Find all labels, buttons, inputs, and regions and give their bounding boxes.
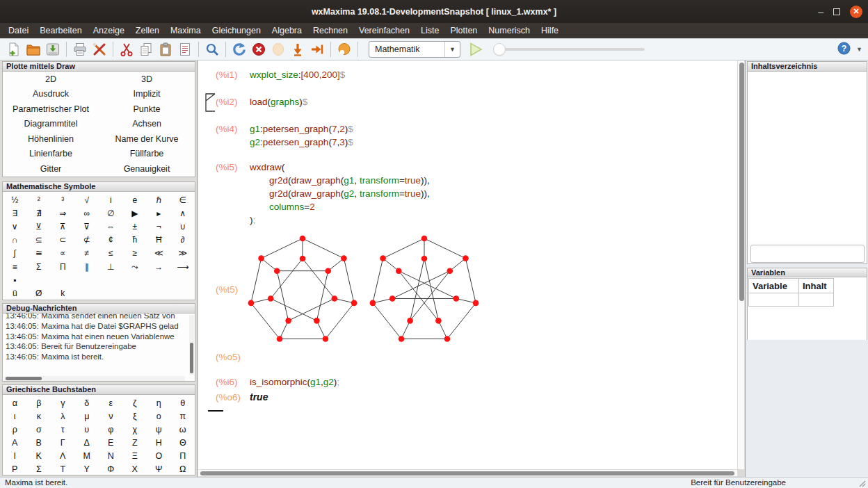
greek-button-blank[interactable]: γ: [51, 396, 75, 409]
hscroll-thumb[interactable]: [200, 471, 734, 475]
symbol-button-blank[interactable]: ∈: [171, 193, 195, 206]
greek-button-blank[interactable]: Θ: [171, 436, 195, 449]
symbol-button-blank[interactable]: ħ: [123, 234, 147, 247]
symbol-button-blank[interactable]: ⊆: [27, 234, 51, 247]
draw-button-achsen[interactable]: Achsen: [99, 117, 195, 132]
help-button[interactable]: ?: [837, 42, 851, 58]
draw-button-linienfarbe[interactable]: Linienfarbe: [3, 147, 99, 162]
minimize-button[interactable]: –: [818, 8, 823, 15]
symbol-button-e[interactable]: e: [123, 193, 147, 206]
symbol-button-blank[interactable]: ∥: [75, 260, 99, 273]
symbol-button-blank[interactable]: ≡: [3, 260, 27, 273]
greek-button-blank[interactable]: ε: [99, 396, 123, 409]
greek-button-blank[interactable]: Κ: [27, 449, 51, 462]
greek-button-blank[interactable]: κ: [27, 409, 51, 423]
worksheet-vertical-scrollbar[interactable]: [737, 60, 744, 469]
symbol-button-blank[interactable]: √: [75, 193, 99, 206]
draw-button-punkte[interactable]: Punkte: [99, 101, 195, 117]
new-document-button[interactable]: [5, 40, 23, 58]
greek-button-blank[interactable]: χ: [123, 423, 147, 436]
symbol-button-blank[interactable]: ü: [3, 286, 27, 300]
debug-vscroll-thumb[interactable]: [190, 343, 193, 373]
greek-button-blank[interactable]: Φ: [99, 462, 123, 475]
greek-button-blank[interactable]: μ: [75, 409, 99, 423]
greek-button-blank[interactable]: Ρ: [3, 462, 27, 475]
symbol-button-blank[interactable]: ¢: [99, 234, 123, 247]
greek-button-blank[interactable]: φ: [99, 423, 123, 436]
symbol-button-blank[interactable]: ∨: [3, 220, 27, 233]
jump-to-input-button[interactable]: [308, 40, 326, 58]
symbol-button-blank[interactable]: ∃: [3, 206, 27, 220]
menu-item-gleichungen[interactable]: Gleichungen: [207, 23, 266, 38]
menu-item-maxima[interactable]: Maxima: [165, 23, 207, 38]
cell-code[interactable]: g1:petersen_graph(7,2)$g2:petersen_graph…: [250, 122, 353, 149]
symbol-button-i[interactable]: i: [99, 193, 123, 206]
greek-button-blank[interactable]: ζ: [123, 396, 147, 409]
symbol-button-blank[interactable]: ≥: [123, 247, 147, 260]
symbol-button-blank[interactable]: ⊄: [75, 234, 99, 247]
cell-code[interactable]: is_isomorphic(g1,g2);: [250, 375, 339, 389]
symbol-button-blank[interactable]: ±: [123, 220, 147, 233]
evaluate-to-point-button[interactable]: [289, 40, 307, 58]
greek-button-blank[interactable]: δ: [75, 396, 99, 409]
greek-button-blank[interactable]: Υ: [75, 462, 99, 475]
symbol-button-blank[interactable]: ≫: [171, 247, 195, 260]
close-button[interactable]: ✕: [850, 6, 862, 18]
symbol-button-blank[interactable]: ²: [27, 193, 51, 206]
greek-button-blank[interactable]: Α: [3, 436, 27, 449]
cell-type-select[interactable]: Mathematik ▼: [369, 41, 460, 58]
symbol-button-blank[interactable]: ∄: [27, 206, 51, 220]
symbol-button-blank[interactable]: ≅: [27, 247, 51, 260]
draw-button-h-henlinien[interactable]: Höhenlinien: [3, 131, 99, 147]
menu-item-vereinfachen[interactable]: Vereinfachen: [353, 23, 415, 38]
greek-button-blank[interactable]: θ: [171, 396, 195, 409]
draw-button-genauigkeit[interactable]: Genauigkeit: [99, 161, 195, 177]
symbol-button-blank[interactable]: ∅: [99, 206, 123, 220]
symbol-button-blank[interactable]: ▶: [123, 206, 147, 220]
cell-code[interactable]: wxdraw(gr2d(draw_graph(g1, transform=tru…: [250, 161, 430, 227]
maxima-help-button[interactable]: [335, 40, 353, 58]
variable-name-cell[interactable]: [749, 293, 799, 307]
cell-code[interactable]: wxplot_size:[400,200]$: [250, 68, 345, 81]
symbol-button-blank[interactable]: ∞: [75, 206, 99, 220]
configure-button[interactable]: [90, 40, 108, 58]
symbol-button-blank[interactable]: Σ: [27, 260, 51, 273]
symbol-button-blank[interactable]: ¬: [147, 220, 171, 233]
greek-button-blank[interactable]: Λ: [51, 449, 75, 462]
draw-button-f-llfarbe[interactable]: Füllfarbe: [99, 147, 195, 162]
worksheet[interactable]: (%i1)wxplot_size:[400,200]$(%i2)load(gra…: [198, 60, 737, 469]
greek-button-blank[interactable]: υ: [75, 423, 99, 436]
follow-button[interactable]: [269, 40, 287, 58]
slider-handle[interactable]: [493, 43, 506, 56]
greek-button-blank[interactable]: Ι: [3, 449, 27, 462]
symbol-button-blank[interactable]: ⊼: [51, 220, 75, 233]
greek-button-blank[interactable]: Χ: [123, 462, 147, 475]
worksheet-horizontal-scrollbar[interactable]: [198, 470, 737, 476]
greek-button-blank[interactable]: Ξ: [123, 449, 147, 462]
greek-button-blank[interactable]: τ: [51, 423, 75, 436]
symbol-button-blank[interactable]: Π: [51, 260, 75, 273]
greek-button-blank[interactable]: Β: [27, 436, 51, 449]
toolbar-overflow-icon[interactable]: ▼: [856, 46, 862, 53]
greek-button-blank[interactable]: Τ: [51, 462, 75, 475]
draw-button-gitter[interactable]: Gitter: [3, 161, 99, 177]
greek-button-blank[interactable]: Ψ: [147, 462, 171, 475]
restart-maxima-button[interactable]: [230, 40, 248, 58]
maximize-button[interactable]: [833, 8, 840, 15]
debug-hscroll-thumb[interactable]: [6, 377, 42, 380]
symbol-button-k[interactable]: k: [51, 286, 75, 300]
greek-button-blank[interactable]: Γ: [51, 436, 75, 449]
resize-grip[interactable]: [858, 480, 866, 488]
symbol-button-blank[interactable]: ∫: [3, 247, 27, 260]
greek-button-blank[interactable]: Ε: [99, 436, 123, 449]
symbol-button-blank[interactable]: ⟶: [171, 260, 195, 273]
draw-button-ausdruck[interactable]: Ausdruck: [3, 87, 99, 102]
symbol-button-blank[interactable]: ∝: [51, 247, 75, 260]
greek-button-blank[interactable]: Σ: [27, 462, 51, 475]
greek-button-blank[interactable]: α: [3, 396, 27, 409]
open-document-button[interactable]: [24, 40, 42, 58]
symbol-button-blank[interactable]: Ø: [27, 286, 51, 300]
symbol-button-blank[interactable]: ⤳: [123, 260, 147, 273]
draw-button-3d[interactable]: 3D: [99, 72, 195, 87]
symbol-button-blank[interactable]: ⊽: [75, 220, 99, 233]
